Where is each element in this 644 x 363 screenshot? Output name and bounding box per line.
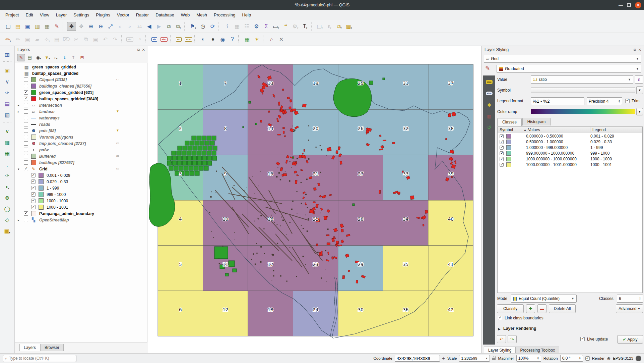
menu-plugins[interactable]: Plugins xyxy=(92,11,114,19)
layer-visibility-checkbox[interactable] xyxy=(31,199,36,203)
toggle-editing-icon[interactable]: ✏ xyxy=(13,35,22,44)
layer-visibility-checkbox[interactable] xyxy=(24,160,28,165)
history-icon[interactable]: ↺ xyxy=(485,123,494,132)
expand-arrow-icon[interactable]: ▾ xyxy=(18,167,24,171)
title-bar[interactable]: *fb-d4g-module8-phl — QGIS — ✕ xyxy=(0,0,644,10)
menu-view[interactable]: View xyxy=(37,11,53,19)
new-grass-layer-icon[interactable]: ▤ xyxy=(3,99,12,108)
show-statistics-icon[interactable]: Σ xyxy=(262,22,271,31)
layer-rendering-expander[interactable]: ▶ xyxy=(498,327,501,331)
expand-arrow-icon[interactable]: ▸ xyxy=(18,218,24,222)
pin-labels-icon[interactable]: ab xyxy=(150,35,159,44)
layer-tree-item[interactable]: 0.029 - 0.33 xyxy=(15,178,147,185)
class-row[interactable]: 1000.000000 - 1001.0000001000 - 1001 xyxy=(498,162,642,167)
undo-edit-icon[interactable]: ↶ xyxy=(101,35,110,44)
identify-features-icon[interactable]: ℹ xyxy=(223,22,232,31)
open-attribute-table-icon[interactable]: ▦ xyxy=(233,22,242,31)
menu-processing[interactable]: Processing xyxy=(210,11,239,19)
advanced-button[interactable]: Advanced ▼ xyxy=(616,304,643,313)
add-wfs-layer-icon[interactable]: ◇ xyxy=(3,215,12,224)
quickmap-services-icon[interactable]: ● xyxy=(208,35,217,44)
add-wcs-layer-icon[interactable]: ▣▾ xyxy=(3,226,12,236)
classify-button[interactable]: Classify xyxy=(497,304,524,313)
layer-visibility-checkbox[interactable] xyxy=(24,97,28,101)
color-ramp-preview[interactable] xyxy=(531,109,635,114)
zoom-out-icon[interactable]: ⊖ xyxy=(96,22,105,31)
layer-visibility-checkbox[interactable] xyxy=(24,218,28,222)
zoom-to-selection-icon[interactable]: ⌕ xyxy=(116,22,125,31)
add-postgis-layer-icon[interactable]: ◖▾ xyxy=(3,182,12,191)
expand-arrow-icon[interactable]: ▸ xyxy=(18,104,24,107)
copy-features-icon[interactable]: ⧉ xyxy=(81,35,90,44)
class-color-swatch[interactable] xyxy=(506,157,511,161)
epsg-badge[interactable]: EPSG:3123 xyxy=(613,356,633,360)
new-project-icon[interactable]: ▢ xyxy=(4,22,13,31)
add-class-button[interactable]: ✚ xyxy=(526,304,535,313)
spatial-bookmarks-icon[interactable]: ⚑▾ xyxy=(189,22,198,31)
maximize-button[interactable] xyxy=(627,3,631,7)
save-project-icon[interactable]: ▣ xyxy=(23,22,32,31)
class-row[interactable]: 1.000000 - 999.0000001 - 999 xyxy=(498,145,642,150)
measure-line-icon[interactable]: ▭▾ xyxy=(271,22,280,31)
refresh-map-icon[interactable]: ⟳ xyxy=(208,22,217,31)
filter-indicator-icon[interactable]: ▼ xyxy=(116,128,119,132)
select-by-expression-icon[interactable]: ε▾ xyxy=(325,22,334,31)
layer-tree-item[interactable]: Buffered▭ xyxy=(15,153,147,159)
layer-visibility-checkbox[interactable] xyxy=(24,122,28,126)
undock-panel-icon[interactable]: ⧉ xyxy=(137,48,140,52)
add-wms-layer-icon[interactable]: ◯ xyxy=(3,204,12,213)
layer-tree-item[interactable]: waterways xyxy=(15,115,147,121)
paste-features-icon[interactable]: ▣ xyxy=(91,35,100,44)
new-3d-map-view-icon[interactable]: ⧉▾ xyxy=(174,22,183,31)
class-color-swatch[interactable] xyxy=(506,134,511,139)
current-edits-icon[interactable]: ✏▾ xyxy=(4,35,13,44)
mode-combo[interactable]: Equal Count (Quantile) ▼ xyxy=(511,295,577,303)
class-color-swatch[interactable] xyxy=(506,162,511,167)
star-map-icon[interactable]: ✶ xyxy=(252,35,261,44)
layer-tree-item[interactable]: 1 - 999 xyxy=(15,185,147,191)
layer-tree-item[interactable]: Voronoi polygons xyxy=(15,134,147,140)
close-panel-icon[interactable]: ✕ xyxy=(142,48,145,52)
add-group-icon[interactable]: ▤ xyxy=(26,54,34,61)
pan-map-icon[interactable]: ✥ xyxy=(67,22,76,31)
extents-icon[interactable]: ⌖ xyxy=(442,356,445,361)
layer-visibility-checkbox[interactable] xyxy=(31,186,36,190)
memory-layer-indicator-icon[interactable]: ▭ xyxy=(116,77,119,81)
add-oracle-layer-icon[interactable]: ⊛ xyxy=(3,193,12,202)
pan-to-selection-icon[interactable]: ✥ xyxy=(77,22,86,31)
layer-tree-item[interactable]: tmp pois_cleaned [2727]▭ xyxy=(15,140,147,147)
osm-place-search-icon[interactable]: ⌕ xyxy=(267,35,276,44)
layer-tree-item[interactable]: 0.001 - 0.029 xyxy=(15,172,147,178)
statistical-summary-icon[interactable]: ☷ xyxy=(242,22,251,31)
new-shapefile-layer-icon[interactable]: ∨ xyxy=(3,77,12,86)
zoom-full-icon[interactable]: ⤢ xyxy=(106,22,115,31)
class-visibility-checkbox[interactable] xyxy=(500,146,504,150)
classes-table[interactable]: Symbol▲ValuesLegend0.000000 - 0.5000000.… xyxy=(497,126,643,293)
scale-combo[interactable]: 1:282599 ▼ xyxy=(459,355,490,362)
collapse-all-icon[interactable]: ⇑ xyxy=(69,54,77,61)
remove-layer-icon[interactable]: ⊟ xyxy=(78,54,86,61)
panel-tab-layers[interactable]: Layers xyxy=(19,344,40,351)
menu-mesh[interactable]: Mesh xyxy=(193,11,210,19)
class-visibility-checkbox[interactable] xyxy=(500,134,504,138)
layer-visibility-checkbox[interactable] xyxy=(24,116,28,120)
layer-visibility-checkbox[interactable] xyxy=(31,173,36,177)
class-visibility-checkbox[interactable] xyxy=(500,151,504,155)
temporal-controller-icon[interactable]: ◷ xyxy=(198,22,207,31)
delete-selected-icon[interactable]: ⌦ xyxy=(62,35,71,44)
style-manager-icon[interactable]: ✎ xyxy=(52,22,61,31)
layer-tree-item[interactable]: ▸▚OpenStreetMap xyxy=(15,217,147,223)
move-label-icon[interactable]: ab xyxy=(174,35,183,44)
menu-raster[interactable]: Raster xyxy=(133,11,152,19)
vertex-tool-icon[interactable]: ✧▾ xyxy=(43,35,52,44)
layer-tree-item[interactable]: ▦green_spaces_gridded xyxy=(15,64,147,70)
open-project-icon[interactable]: ▤ xyxy=(13,22,22,31)
show-hide-labels-icon[interactable]: abc xyxy=(184,35,193,44)
rotation-spinbox[interactable]: 0.0 ° ▲▼ xyxy=(560,355,583,362)
magnifier-spinbox[interactable]: 100% ▲▼ xyxy=(516,355,541,362)
menu-project[interactable]: Project xyxy=(2,11,22,19)
apply-button[interactable]: ✔ Apply xyxy=(617,335,643,344)
dock-tab-layer-styling[interactable]: Layer Styling xyxy=(484,347,516,354)
legend-format-input[interactable] xyxy=(531,97,584,105)
cut-features-icon[interactable]: ✂ xyxy=(72,35,81,44)
